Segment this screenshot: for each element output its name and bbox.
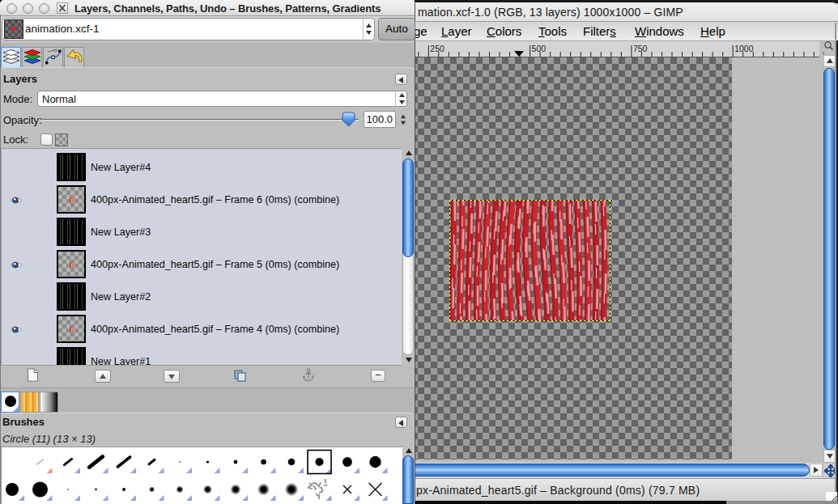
svg-text:750: 750	[633, 44, 648, 53]
svg-text:1000: 1000	[734, 44, 754, 53]
svg-text:500: 500	[532, 44, 547, 53]
svg-text:250: 250	[430, 44, 445, 53]
